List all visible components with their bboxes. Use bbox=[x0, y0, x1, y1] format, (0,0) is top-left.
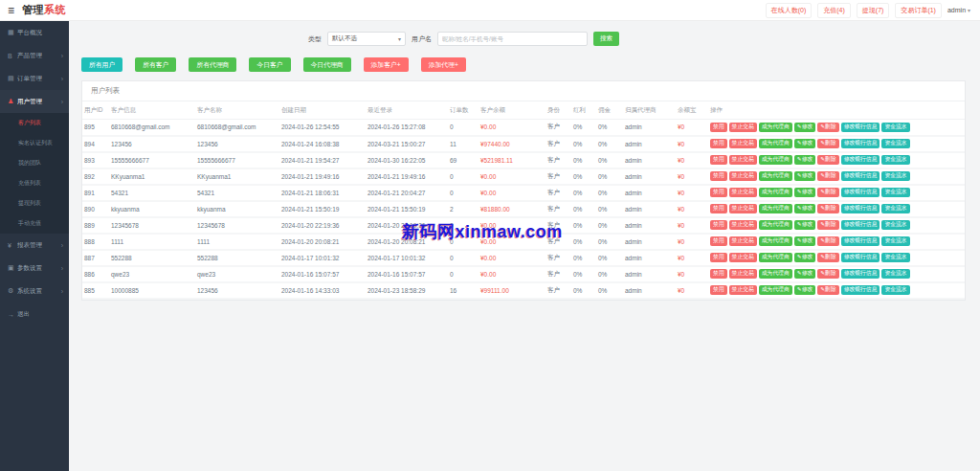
make-agent-button[interactable]: 成为代理商 bbox=[759, 236, 792, 246]
edit-bank-button[interactable]: 修改银行信息 bbox=[841, 204, 880, 213]
sidebar-subitem-manual-recharge[interactable]: 手动充值 bbox=[0, 213, 69, 234]
delete-button[interactable]: ✎删除 bbox=[817, 253, 838, 262]
edit-bank-button[interactable]: 修改银行信息 bbox=[841, 171, 880, 181]
make-agent-button[interactable]: 成为代理商 bbox=[759, 253, 792, 262]
disable-button[interactable]: 禁用 bbox=[710, 139, 727, 148]
make-agent-button[interactable]: 成为代理商 bbox=[759, 220, 792, 230]
sidebar-item-params[interactable]: ▣参数设置› bbox=[0, 257, 69, 280]
delete-button[interactable]: ✎删除 bbox=[817, 139, 838, 148]
sidebar-item-system[interactable]: ⚙系统设置› bbox=[0, 280, 69, 303]
ban-trade-button[interactable]: 禁止交易 bbox=[729, 171, 757, 181]
sidebar-item-users[interactable]: ♟用户管理› bbox=[0, 90, 69, 113]
stat-chip-recharge[interactable]: 充值(4) bbox=[817, 3, 851, 18]
today-customers-button[interactable]: 今日客户 bbox=[249, 57, 290, 72]
ban-trade-button[interactable]: 禁止交易 bbox=[729, 139, 757, 148]
disable-button[interactable]: 禁用 bbox=[710, 253, 727, 262]
sidebar-item-dashboard[interactable]: ▦平台概况 bbox=[0, 21, 69, 44]
delete-button[interactable]: ✎删除 bbox=[817, 269, 838, 279]
delete-button[interactable]: ✎删除 bbox=[817, 220, 838, 230]
edit-button[interactable]: ✎修改 bbox=[794, 204, 815, 213]
hamburger-menu-icon[interactable]: ≡ bbox=[8, 4, 14, 17]
funds-flow-button[interactable]: 资金流水 bbox=[881, 123, 909, 132]
funds-flow-button[interactable]: 资金流水 bbox=[881, 204, 909, 213]
delete-button[interactable]: ✎删除 bbox=[817, 285, 838, 295]
sidebar-subitem-withdraw-list[interactable]: 提现列表 bbox=[0, 193, 69, 213]
edit-bank-button[interactable]: 修改银行信息 bbox=[841, 236, 880, 246]
disable-button[interactable]: 禁用 bbox=[710, 269, 727, 279]
disable-button[interactable]: 禁用 bbox=[710, 155, 727, 165]
funds-flow-button[interactable]: 资金流水 bbox=[881, 188, 909, 197]
stat-chip-withdraw[interactable]: 提现(7) bbox=[857, 3, 890, 18]
ban-trade-button[interactable]: 禁止交易 bbox=[729, 285, 757, 295]
username-search-input[interactable] bbox=[437, 32, 588, 46]
delete-button[interactable]: ✎删除 bbox=[817, 204, 838, 213]
edit-bank-button[interactable]: 修改银行信息 bbox=[841, 269, 880, 279]
edit-bank-button[interactable]: 修改银行信息 bbox=[841, 220, 880, 230]
edit-button[interactable]: ✎修改 bbox=[794, 236, 815, 246]
edit-bank-button[interactable]: 修改银行信息 bbox=[841, 188, 880, 197]
sidebar-item-logout[interactable]: →退出 bbox=[0, 303, 69, 325]
stat-chip-online-count[interactable]: 在线人数(0) bbox=[766, 3, 813, 18]
all-agents-button[interactable]: 所有代理商 bbox=[189, 57, 236, 72]
edit-button[interactable]: ✎修改 bbox=[794, 123, 815, 132]
make-agent-button[interactable]: 成为代理商 bbox=[759, 285, 792, 295]
sidebar-item-reports[interactable]: ¥报表管理› bbox=[0, 234, 69, 257]
all-customers-button[interactable]: 所有客户 bbox=[135, 57, 176, 72]
edit-bank-button[interactable]: 修改银行信息 bbox=[841, 155, 880, 165]
make-agent-button[interactable]: 成为代理商 bbox=[759, 269, 792, 279]
make-agent-button[interactable]: 成为代理商 bbox=[759, 204, 792, 213]
make-agent-button[interactable]: 成为代理商 bbox=[759, 155, 792, 165]
edit-button[interactable]: ✎修改 bbox=[794, 171, 815, 181]
admin-user-dropdown[interactable]: admin ▾ bbox=[947, 7, 970, 13]
stat-chip-trade-orders[interactable]: 交易订单(1) bbox=[895, 3, 942, 18]
disable-button[interactable]: 禁用 bbox=[710, 171, 727, 181]
disable-button[interactable]: 禁用 bbox=[710, 220, 727, 230]
sidebar-subitem-recharge-list[interactable]: 充值列表 bbox=[0, 173, 69, 193]
funds-flow-button[interactable]: 资金流水 bbox=[881, 269, 909, 279]
funds-flow-button[interactable]: 资金流水 bbox=[881, 171, 909, 181]
funds-flow-button[interactable]: 资金流水 bbox=[881, 253, 909, 262]
sidebar-item-orders[interactable]: ▤订单管理› bbox=[0, 67, 69, 90]
sidebar-item-products[interactable]: B产品管理› bbox=[0, 44, 69, 67]
ban-trade-button[interactable]: 禁止交易 bbox=[729, 253, 757, 262]
all-users-button[interactable]: 所有用户 bbox=[81, 57, 122, 72]
ban-trade-button[interactable]: 禁止交易 bbox=[729, 269, 757, 279]
disable-button[interactable]: 禁用 bbox=[710, 236, 727, 246]
make-agent-button[interactable]: 成为代理商 bbox=[759, 188, 792, 197]
edit-button[interactable]: ✎修改 bbox=[794, 139, 815, 148]
sidebar-subitem-realname-list[interactable]: 实名认证列表 bbox=[0, 133, 69, 153]
funds-flow-button[interactable]: 资金流水 bbox=[881, 220, 909, 230]
edit-button[interactable]: ✎修改 bbox=[794, 285, 815, 295]
make-agent-button[interactable]: 成为代理商 bbox=[759, 123, 792, 132]
edit-button[interactable]: ✎修改 bbox=[794, 155, 815, 165]
edit-button[interactable]: ✎修改 bbox=[794, 269, 815, 279]
sidebar-subitem-customer-list[interactable]: 客户列表 bbox=[0, 113, 69, 133]
funds-flow-button[interactable]: 资金流水 bbox=[881, 236, 909, 246]
make-agent-button[interactable]: 成为代理商 bbox=[759, 171, 792, 181]
edit-bank-button[interactable]: 修改银行信息 bbox=[841, 253, 880, 262]
ban-trade-button[interactable]: 禁止交易 bbox=[729, 204, 757, 213]
edit-bank-button[interactable]: 修改银行信息 bbox=[841, 123, 880, 132]
disable-button[interactable]: 禁用 bbox=[710, 204, 727, 213]
ban-trade-button[interactable]: 禁止交易 bbox=[729, 236, 757, 246]
delete-button[interactable]: ✎删除 bbox=[817, 155, 838, 165]
type-filter-select[interactable]: 默认不选 ▾ bbox=[327, 32, 406, 46]
ban-trade-button[interactable]: 禁止交易 bbox=[729, 220, 757, 230]
disable-button[interactable]: 禁用 bbox=[710, 285, 727, 295]
delete-button[interactable]: ✎删除 bbox=[817, 123, 838, 132]
ban-trade-button[interactable]: 禁止交易 bbox=[729, 123, 757, 132]
disable-button[interactable]: 禁用 bbox=[710, 188, 727, 197]
funds-flow-button[interactable]: 资金流水 bbox=[881, 285, 909, 295]
edit-bank-button[interactable]: 修改银行信息 bbox=[841, 285, 880, 295]
delete-button[interactable]: ✎删除 bbox=[817, 236, 838, 246]
add-customer-button[interactable]: 添加客户+ bbox=[364, 57, 409, 72]
delete-button[interactable]: ✎删除 bbox=[817, 188, 838, 197]
ban-trade-button[interactable]: 禁止交易 bbox=[729, 155, 757, 165]
funds-flow-button[interactable]: 资金流水 bbox=[881, 139, 909, 148]
edit-button[interactable]: ✎修改 bbox=[794, 188, 815, 197]
edit-button[interactable]: ✎修改 bbox=[794, 220, 815, 230]
edit-button[interactable]: ✎修改 bbox=[794, 253, 815, 262]
funds-flow-button[interactable]: 资金流水 bbox=[881, 155, 909, 165]
ban-trade-button[interactable]: 禁止交易 bbox=[729, 188, 757, 197]
sidebar-subitem-my-team[interactable]: 我的团队 bbox=[0, 153, 69, 173]
